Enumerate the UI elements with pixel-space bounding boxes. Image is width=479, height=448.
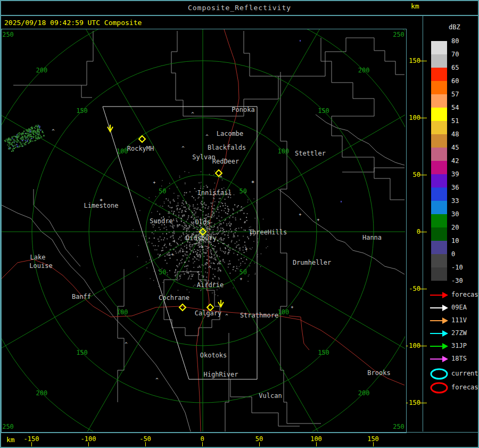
scale-color-box bbox=[431, 94, 447, 108]
right-axis-tick bbox=[420, 403, 427, 403]
range-ring-label: 100 bbox=[277, 148, 289, 155]
city-label: Lacombe bbox=[217, 130, 244, 137]
scale-value-label: 60 bbox=[451, 77, 473, 85]
cell-marker-caret: ^ bbox=[219, 175, 222, 181]
range-ring-label: 150 bbox=[318, 107, 329, 115]
scale-color-box bbox=[431, 254, 447, 267]
range-ring-label: 150 bbox=[76, 107, 88, 115]
legend-label: 27ZW bbox=[451, 329, 467, 337]
legend-label: current bbox=[451, 370, 478, 377]
bottom-axis-tick-label: -50 bbox=[134, 435, 157, 443]
legend-arrow-icon bbox=[429, 340, 449, 353]
bottom-axis-tick-label: 50 bbox=[247, 435, 271, 443]
cell-marker-caret: ^ bbox=[125, 341, 128, 347]
county-boundary-line bbox=[225, 333, 229, 431]
county-boundary-line bbox=[332, 116, 404, 200]
town-marker-dot: + bbox=[299, 212, 302, 217]
city-label: RockyMH bbox=[127, 145, 154, 152]
cell-marker-caret: ^ bbox=[52, 128, 55, 134]
legend-label: 111V bbox=[451, 316, 467, 324]
legend-label: 09EA bbox=[451, 304, 467, 311]
scale-value-label: 36 bbox=[451, 184, 473, 191]
cell-marker-caret: ^ bbox=[155, 377, 159, 382]
legend-label: forecast bbox=[451, 384, 479, 391]
city-label: Calgary bbox=[195, 309, 222, 317]
legend-arrow-icon bbox=[429, 353, 449, 365]
city-label: Lake bbox=[30, 254, 46, 261]
radar-site-diamond-icon bbox=[179, 304, 186, 311]
right-axis-tick-label: 0 bbox=[404, 228, 420, 235]
scale-color-box bbox=[431, 81, 447, 94]
legend-ellipse-icon bbox=[429, 381, 449, 394]
city-label: Limestone bbox=[84, 202, 118, 209]
right-axis-tick bbox=[420, 289, 427, 289]
county-boundary-line bbox=[342, 168, 404, 172]
city-label: Vulcan bbox=[259, 392, 282, 400]
scale-color-box bbox=[431, 68, 447, 81]
county-boundary-line bbox=[13, 85, 92, 97]
city-label: Louise bbox=[29, 262, 52, 270]
city-label: Cochrane bbox=[159, 294, 189, 302]
right-axis-tick-label: -150 bbox=[404, 399, 420, 406]
right-axis-tick-label: 50 bbox=[404, 171, 420, 178]
right-axis-tick-label: 150 bbox=[404, 57, 420, 64]
radar-application-window: { "window": { "title": "Composite_Reflec… bbox=[0, 0, 479, 448]
county-boundary-line bbox=[244, 31, 278, 76]
site-marker-star: * bbox=[251, 180, 255, 186]
right-axis-tick bbox=[420, 175, 427, 175]
bottom-axis-tick-label: -150 bbox=[20, 435, 43, 443]
radial-line bbox=[2, 89, 203, 232]
bottom-axis-tick-label: -100 bbox=[77, 435, 100, 443]
legend-ellipse-icon bbox=[429, 368, 449, 380]
right-axis-tick bbox=[420, 118, 427, 118]
scale-color-box bbox=[431, 241, 447, 254]
scale-value-label: 10 bbox=[451, 237, 473, 245]
scale-value-label: 39 bbox=[451, 170, 473, 178]
county-boundary-line bbox=[230, 379, 300, 426]
scale-color-box bbox=[431, 267, 447, 281]
county-boundary-line bbox=[118, 269, 124, 402]
cell-marker-caret: ^ bbox=[191, 111, 194, 117]
radial-line bbox=[203, 232, 405, 374]
scale-color-box bbox=[431, 148, 447, 161]
scale-value-label: -30 bbox=[451, 277, 473, 284]
range-ring-label: 200 bbox=[36, 389, 48, 397]
city-label: Ponoka bbox=[232, 106, 254, 113]
range-ring-label: 200 bbox=[358, 67, 370, 74]
scale-value-label: -10 bbox=[451, 264, 473, 271]
scale-value-label: 51 bbox=[451, 117, 473, 125]
range-ring-label: 100 bbox=[277, 308, 289, 316]
town-marker-dot: + bbox=[245, 247, 248, 251]
right-axis-tick-label: -50 bbox=[404, 285, 420, 292]
scale-value-label: 65 bbox=[451, 64, 473, 71]
range-ring-label: 200 bbox=[358, 389, 370, 397]
city-label: Stettler bbox=[295, 150, 326, 157]
city-label: Innisfail bbox=[197, 189, 232, 197]
city-label: HighRiver bbox=[203, 371, 238, 378]
right-axis-tick bbox=[420, 61, 427, 61]
range-ring-label: 100 bbox=[117, 308, 128, 316]
info-strip: 2025/09/18 09:42:59 UTC Composite bbox=[0, 16, 479, 29]
legend-arrow-icon bbox=[429, 302, 449, 314]
bottom-axis-tick bbox=[202, 442, 203, 446]
bottom-axis-tick bbox=[145, 442, 146, 446]
range-ring-label: 50 bbox=[159, 188, 166, 195]
town-marker-dot: + bbox=[240, 276, 243, 281]
scale-value-label: 57 bbox=[451, 91, 473, 98]
bottom-axis-tick bbox=[31, 442, 32, 446]
product-timestamp: 2025/09/18 09:42:59 UTC Composite bbox=[4, 19, 142, 27]
town-marker-dot: + bbox=[317, 217, 320, 222]
town-marker-dot: + bbox=[291, 305, 294, 309]
highway-line bbox=[289, 316, 309, 350]
radar-map-display[interactable]: 5050505010010010010015015015015020020020… bbox=[1, 29, 407, 433]
legend-label: 18TS bbox=[451, 355, 467, 362]
scale-color-box bbox=[431, 161, 447, 174]
range-ring-label: 250 bbox=[2, 31, 14, 38]
range-ring-label: 50 bbox=[159, 268, 166, 276]
scale-color-box bbox=[431, 41, 447, 54]
radar-map-canvas: 5050505010010010010015015015015020020020… bbox=[2, 29, 405, 431]
range-ring-label: 250 bbox=[393, 423, 404, 430]
scale-value-label: 20 bbox=[451, 224, 473, 231]
bottom-axis-tick-label: 100 bbox=[304, 435, 328, 443]
range-ring-label: 250 bbox=[393, 31, 404, 38]
